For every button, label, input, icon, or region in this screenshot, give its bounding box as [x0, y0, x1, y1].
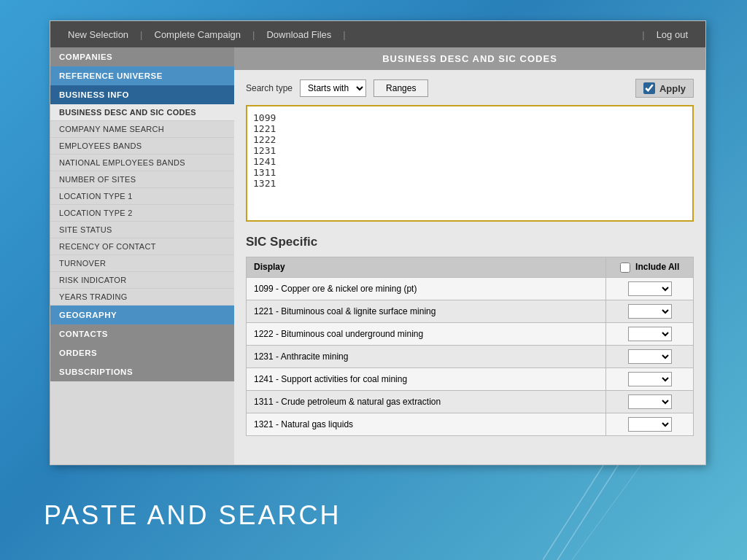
- nav-new-selection[interactable]: New Selection: [58, 29, 139, 40]
- codes-textarea[interactable]: [246, 105, 694, 222]
- include-dropdown[interactable]: IncludeExclude: [628, 304, 672, 319]
- sidebar-item-turnover[interactable]: TURNOVER: [50, 255, 234, 272]
- include-cell: IncludeExclude: [606, 322, 694, 345]
- sidebar-item-employees-bands[interactable]: EMPLOYEES BANDS: [50, 138, 234, 155]
- table-row: 1321 - Natural gas liquidsIncludeExclude: [247, 413, 694, 435]
- include-cell: IncludeExclude: [606, 277, 694, 300]
- sidebar-item-business-desc[interactable]: BUSINESS DESC AND SIC CODES: [50, 104, 234, 121]
- sidebar-item-geography[interactable]: GEOGRAPHY: [50, 306, 234, 324]
- sidebar-item-companies[interactable]: COMPANIES: [50, 47, 234, 66]
- display-cell: 1222 - Bituminous coal underground minin…: [247, 322, 606, 345]
- table-row: 1311 - Crude petroleum & natural gas ext…: [247, 390, 694, 413]
- include-cell: IncludeExclude: [606, 300, 694, 322]
- page-title: PASTE AND SEARCH: [44, 500, 341, 531]
- sic-table: Display Include All 1099 - Copper ore & …: [246, 257, 694, 436]
- apply-area: Apply: [635, 79, 694, 98]
- apply-checkbox[interactable]: [643, 82, 655, 94]
- table-row: 1099 - Copper ore & nickel ore mining (p…: [247, 277, 694, 300]
- nav-download-files[interactable]: Download Files: [256, 29, 341, 40]
- include-cell: IncludeExclude: [606, 413, 694, 435]
- include-cell: IncludeExclude: [606, 390, 694, 413]
- include-cell: IncludeExclude: [606, 345, 694, 368]
- sidebar-item-national-employees[interactable]: NATIONAL EMPLOYEES BANDS: [50, 155, 234, 171]
- table-row: 1221 - Bituminous coal & lignite surface…: [247, 300, 694, 322]
- sidebar-item-subscriptions[interactable]: SUBSCRIPTIONS: [50, 362, 234, 381]
- search-type-label: Search type: [246, 83, 293, 93]
- table-header-row: Display Include All: [247, 257, 694, 278]
- main-window: New Selection | Complete Campaign | Down…: [50, 20, 706, 465]
- table-row: 1222 - Bituminous coal underground minin…: [247, 322, 694, 345]
- main-header: BUSINESS DESC AND SIC CODES: [234, 47, 705, 70]
- sidebar-item-years-trading[interactable]: YEARS TRADING: [50, 289, 234, 306]
- sidebar-item-location-type-1[interactable]: LOCATION TYPE 1: [50, 188, 234, 205]
- display-cell: 1311 - Crude petroleum & natural gas ext…: [247, 390, 606, 413]
- sic-specific-title: SIC Specific: [246, 235, 694, 249]
- display-cell: 1231 - Anthracite mining: [247, 345, 606, 368]
- nav-bar: New Selection | Complete Campaign | Down…: [50, 21, 705, 47]
- table-row: 1231 - Anthracite miningIncludeExclude: [247, 345, 694, 368]
- ranges-button[interactable]: Ranges: [374, 79, 428, 97]
- include-all-label: Include All: [635, 262, 679, 272]
- include-dropdown[interactable]: IncludeExclude: [628, 417, 672, 432]
- main-body: Search type Starts with Contains Exact R…: [234, 70, 705, 464]
- main-panel: BUSINESS DESC AND SIC CODES Search type …: [234, 47, 705, 464]
- display-cell: 1241 - Support activities for coal minin…: [247, 368, 606, 390]
- display-cell: 1321 - Natural gas liquids: [247, 413, 606, 435]
- include-all-checkbox[interactable]: [620, 262, 630, 273]
- include-dropdown[interactable]: IncludeExclude: [628, 281, 672, 296]
- col-include: Include All: [606, 257, 694, 278]
- sidebar-item-number-of-sites[interactable]: NUMBER OF SITES: [50, 171, 234, 188]
- sidebar-item-orders[interactable]: ORDERS: [50, 343, 234, 362]
- sidebar-item-reference-universe[interactable]: REFERENCE UNIVERSE: [50, 66, 234, 85]
- include-dropdown[interactable]: IncludeExclude: [628, 394, 672, 409]
- search-type-select[interactable]: Starts with Contains Exact: [300, 79, 366, 97]
- sidebar-item-site-status[interactable]: SITE STATUS: [50, 222, 234, 238]
- sidebar-item-location-type-2[interactable]: LOCATION TYPE 2: [50, 205, 234, 222]
- sidebar-item-risk-indicator[interactable]: RISK INDICATOR: [50, 272, 234, 289]
- col-display: Display: [247, 257, 606, 278]
- sidebar-item-contacts[interactable]: CONTACTS: [50, 324, 234, 343]
- display-cell: 1099 - Copper ore & nickel ore mining (p…: [247, 277, 606, 300]
- table-row: 1241 - Support activities for coal minin…: [247, 368, 694, 390]
- sidebar-item-business-info[interactable]: BUSINESS INFO: [50, 85, 234, 104]
- apply-label[interactable]: Apply: [659, 83, 686, 94]
- display-cell: 1221 - Bituminous coal & lignite surface…: [247, 300, 606, 322]
- include-dropdown[interactable]: IncludeExclude: [628, 327, 672, 341]
- include-dropdown[interactable]: IncludeExclude: [628, 349, 672, 364]
- include-dropdown[interactable]: IncludeExclude: [628, 372, 672, 386]
- search-row: Search type Starts with Contains Exact R…: [246, 79, 694, 98]
- sidebar-item-company-name[interactable]: COMPANY NAME SEARCH: [50, 121, 234, 138]
- content-area: COMPANIES REFERENCE UNIVERSE BUSINESS IN…: [50, 47, 705, 464]
- sidebar: COMPANIES REFERENCE UNIVERSE BUSINESS IN…: [50, 47, 234, 464]
- nav-logout[interactable]: Log out: [646, 29, 698, 40]
- include-cell: IncludeExclude: [606, 368, 694, 390]
- nav-complete-campaign[interactable]: Complete Campaign: [144, 29, 252, 40]
- sidebar-item-recency[interactable]: RECENCY OF CONTACT: [50, 238, 234, 255]
